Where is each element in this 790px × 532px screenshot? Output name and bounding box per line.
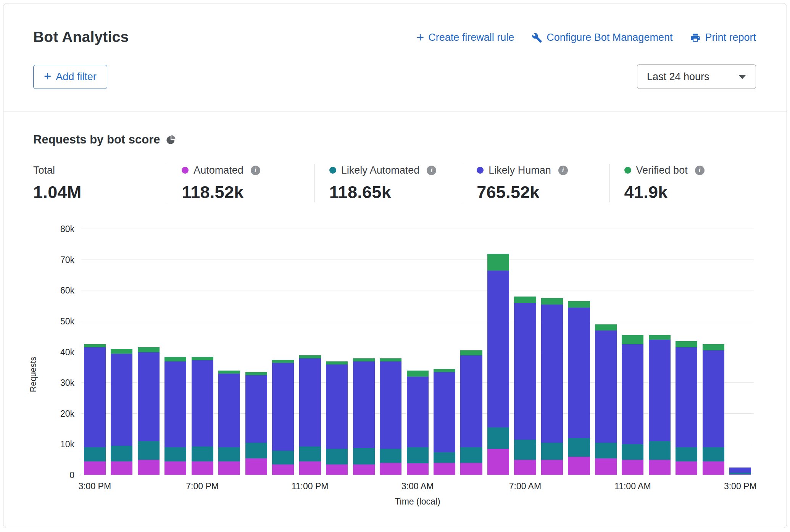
y-tick-label: 70k: [60, 255, 74, 265]
bar-slot: [350, 229, 377, 475]
bar-segment-verified-bot: [434, 369, 455, 372]
info-icon[interactable]: i: [695, 166, 705, 175]
bar-segment-verified-bot: [164, 357, 186, 361]
bar-segment-likely-automated: [138, 441, 160, 459]
info-icon[interactable]: i: [427, 166, 436, 175]
stacked-bar[interactable]: [164, 229, 186, 475]
bar-segment-verified-bot: [272, 360, 294, 363]
bar-segment-verified-bot: [353, 358, 375, 361]
pie-chart-icon: [166, 134, 176, 145]
bar-segment-automated: [138, 460, 160, 475]
bar-segment-likely-automated: [299, 447, 321, 461]
stacked-bar[interactable]: [380, 229, 401, 475]
bar-segment-likely-automated: [568, 438, 590, 456]
stacked-bar[interactable]: [111, 229, 132, 475]
bar-segment-likely-automated: [192, 447, 213, 461]
stat-total: Total 1.04M: [33, 164, 167, 202]
y-tick-label: 50k: [60, 316, 74, 326]
bar-segment-verified-bot: [703, 344, 724, 350]
header-section: Bot Analytics + Create firewall rule Con…: [3, 3, 787, 111]
requests-chart: Requests 010k20k30k40k50k60k70k80k3:00 P…: [40, 229, 754, 520]
stacked-bar[interactable]: [326, 229, 348, 475]
stat-value: 765.52k: [477, 182, 601, 202]
stacked-bar[interactable]: [407, 229, 429, 475]
stacked-bar[interactable]: [676, 229, 697, 475]
stacked-bar[interactable]: [541, 229, 563, 475]
stat-likely-automated: Likely Automated i 118.65k: [314, 164, 462, 202]
bar-segment-verified-bot: [460, 350, 482, 355]
bar-segment-automated: [272, 464, 294, 475]
bar-segment-automated: [353, 464, 375, 475]
time-range-select[interactable]: Last 24 hours: [637, 64, 756, 89]
stacked-bar[interactable]: [245, 229, 267, 475]
bar-slot: [243, 229, 269, 475]
bar-slot: [81, 229, 108, 475]
configure-bot-management-link[interactable]: Configure Bot Management: [532, 32, 672, 44]
bar-segment-verified-bot: [649, 335, 671, 340]
bar-slot: [189, 229, 216, 475]
configure-bot-management-label: Configure Bot Management: [547, 32, 672, 44]
info-icon[interactable]: i: [251, 166, 260, 175]
bar-segment-likely-automated: [111, 446, 132, 461]
requests-by-bot-score-section: Requests by bot score Total 1.04M Automa…: [3, 111, 787, 520]
bar-segment-likely-automated: [380, 449, 401, 463]
bar-segment-likely-automated: [407, 447, 429, 463]
bar-segment-likely-human: [568, 308, 590, 438]
bar-segment-likely-automated: [84, 447, 106, 461]
bar-segment-automated: [407, 463, 429, 475]
bar-segment-likely-human: [541, 305, 563, 443]
stacked-bar[interactable]: [460, 229, 482, 475]
stat-automated: Automated i 118.52k: [167, 164, 314, 202]
add-filter-button[interactable]: + Add filter: [33, 65, 107, 89]
stacked-bar[interactable]: [218, 229, 240, 475]
y-tick-label: 30k: [60, 378, 74, 388]
bar-segment-likely-automated: [353, 448, 375, 464]
stacked-bar[interactable]: [595, 229, 617, 475]
bar-segment-likely-human: [434, 372, 455, 452]
bar-segment-verified-bot: [407, 371, 429, 377]
x-tick-label: 7:00 PM: [186, 481, 219, 492]
bar-segment-likely-automated: [514, 440, 536, 459]
bar-segment-automated: [164, 461, 186, 475]
bar-segment-verified-bot: [487, 254, 509, 271]
bar-segment-likely-human: [649, 340, 671, 441]
bot-analytics-page: Bot Analytics + Create firewall rule Con…: [3, 3, 787, 528]
stacked-bar[interactable]: [272, 229, 294, 475]
stat-value: 41.9k: [624, 182, 749, 202]
y-tick-label: 20k: [60, 408, 74, 419]
stacked-bar[interactable]: [487, 229, 509, 475]
print-report-link[interactable]: Print report: [690, 32, 756, 44]
stacked-bar[interactable]: [703, 229, 724, 475]
stacked-bar[interactable]: [649, 229, 671, 475]
stacked-bar[interactable]: [514, 229, 536, 475]
bars-container: [81, 229, 754, 475]
bar-segment-automated: [218, 461, 240, 475]
x-tick-label: 3:00 PM: [78, 481, 111, 492]
bar-segment-likely-human: [272, 363, 294, 451]
bar-segment-verified-bot: [380, 358, 401, 361]
bar-segment-likely-human: [514, 303, 536, 440]
stacked-bar[interactable]: [434, 229, 455, 475]
y-axis-title: Requests: [28, 332, 38, 416]
stat-value: 118.65k: [329, 182, 454, 202]
x-tick-label: 11:00 PM: [292, 481, 329, 492]
stacked-bar[interactable]: [299, 229, 321, 475]
stacked-bar[interactable]: [568, 229, 590, 475]
bar-segment-likely-human: [487, 271, 509, 427]
x-tick-label: 11:00 AM: [614, 481, 651, 492]
stacked-bar[interactable]: [622, 229, 643, 475]
stacked-bar[interactable]: [353, 229, 375, 475]
info-icon[interactable]: i: [558, 166, 568, 175]
stacked-bar[interactable]: [192, 229, 213, 475]
bar-segment-likely-human: [622, 344, 643, 444]
bar-segment-likely-human: [353, 361, 375, 448]
create-firewall-rule-link[interactable]: + Create firewall rule: [416, 32, 514, 44]
stat-likely-human: Likely Human i 765.52k: [462, 164, 609, 202]
stacked-bar[interactable]: [138, 229, 160, 475]
stacked-bar[interactable]: [84, 229, 106, 475]
bar-slot: [485, 229, 511, 475]
bar-segment-likely-automated: [460, 447, 482, 463]
bar-segment-automated: [460, 463, 482, 475]
stacked-bar[interactable]: [729, 229, 751, 475]
bar-segment-verified-bot: [595, 324, 617, 330]
